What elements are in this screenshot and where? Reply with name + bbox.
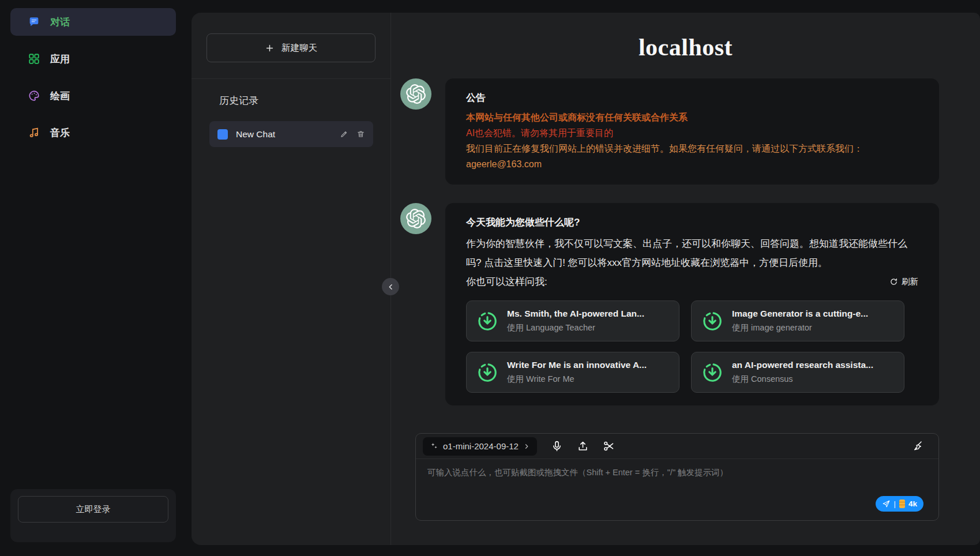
palette-icon bbox=[28, 89, 40, 102]
announcement-line-1: 本网站与任何其他公司或商标没有任何关联或合作关系 bbox=[466, 110, 918, 125]
history-title: 历史记录 bbox=[219, 94, 391, 107]
chat-color-swatch bbox=[217, 129, 228, 140]
sidebar-item-apps[interactable]: 应用 bbox=[10, 45, 176, 73]
install-circle-icon bbox=[476, 310, 498, 332]
edit-icon[interactable] bbox=[340, 130, 348, 138]
announcement-line-3: 我们目前正在修复我们网站上的错误并改进细节。如果您有任何疑问，请通过以下方式联系… bbox=[466, 141, 918, 156]
refresh-icon bbox=[889, 277, 898, 286]
broom-icon[interactable] bbox=[911, 440, 923, 452]
suggestion-card[interactable]: Ms. Smith, the AI-powered Lan... 使用 Lang… bbox=[466, 300, 679, 341]
music-note-icon bbox=[28, 126, 40, 139]
history-item[interactable]: New Chat bbox=[209, 121, 373, 147]
suggestion-subtitle: 使用 Consensus bbox=[732, 374, 873, 385]
composer: o1-mini-2024-09-12 bbox=[415, 433, 939, 521]
plus-icon bbox=[265, 43, 275, 53]
install-circle-icon bbox=[476, 362, 498, 384]
page-title: localhost bbox=[391, 33, 980, 61]
message-input[interactable]: 可输入说点什么，也可贴截图或拖拽文件（Shift + Enter = 换行，"/… bbox=[416, 459, 938, 520]
send-icon bbox=[882, 499, 891, 508]
microphone-icon[interactable] bbox=[551, 440, 563, 452]
chat-area: localhost 公告 本网站与任何其他公司或商标没有任何关联或合作关系 AI… bbox=[391, 13, 980, 545]
history-item-actions bbox=[340, 130, 365, 138]
suggestion-title: an AI-powered research assista... bbox=[732, 360, 873, 370]
openai-logo-icon bbox=[406, 209, 426, 228]
message-welcome: 今天我能为您做些什么呢? 作为你的智慧伙伴，我不仅可以写文案、出点子，还可以和你… bbox=[400, 203, 939, 405]
new-chat-button[interactable]: 新建聊天 bbox=[206, 33, 376, 62]
sidebar-item-label: 应用 bbox=[50, 52, 70, 66]
sidebar-item-music[interactable]: 音乐 bbox=[10, 119, 176, 146]
contact-email[interactable]: ageerle@163.com bbox=[466, 156, 918, 172]
collapse-sidebar-button[interactable] bbox=[382, 278, 399, 295]
install-circle-icon bbox=[701, 362, 723, 384]
suggestion-card[interactable]: an AI-powered research assista... 使用 Con… bbox=[691, 352, 904, 393]
upload-icon[interactable] bbox=[577, 440, 589, 452]
login-button[interactable]: 立即登录 bbox=[18, 496, 168, 523]
sidebar: 对话 应用 绘画 bbox=[0, 0, 192, 556]
chat-bubble-icon bbox=[28, 16, 40, 28]
model-name: o1-mini-2024-09-12 bbox=[443, 441, 519, 451]
input-placeholder: 可输入说点什么，也可贴截图或拖拽文件（Shift + Enter = 换行，"/… bbox=[427, 467, 728, 478]
chevron-left-icon bbox=[386, 283, 395, 291]
suggestion-subtitle: 使用 image generator bbox=[732, 322, 868, 333]
sparkle-icon bbox=[430, 442, 438, 450]
openai-logo-icon bbox=[406, 84, 426, 104]
sidebar-item-label: 音乐 bbox=[50, 126, 70, 140]
sidebar-item-label: 对话 bbox=[50, 16, 70, 29]
suggestion-title: Image Generator is a cutting-e... bbox=[732, 309, 868, 319]
login-card: 立即登录 bbox=[10, 489, 176, 542]
install-circle-icon bbox=[701, 310, 723, 332]
refresh-label: 刷新 bbox=[902, 272, 918, 291]
assistant-avatar bbox=[400, 78, 431, 110]
sidebar-item-drawing[interactable]: 绘画 bbox=[10, 82, 176, 110]
model-selector[interactable]: o1-mini-2024-09-12 bbox=[423, 437, 537, 456]
main-panel: 新建聊天 历史记录 New Chat bbox=[192, 13, 980, 545]
announcement-heading: 公告 bbox=[466, 91, 918, 104]
suggestion-subtitle: 使用 Language Teacher bbox=[507, 322, 644, 333]
new-chat-label: 新建聊天 bbox=[281, 42, 317, 54]
suggestion-cards: Ms. Smith, the AI-powered Lan... 使用 Lang… bbox=[466, 300, 904, 393]
announcement-line-2: AI也会犯错。请勿将其用于重要目的 bbox=[466, 125, 918, 141]
message-announcement: 公告 本网站与任何其他公司或商标没有任何关联或合作关系 AI也会犯错。请勿将其用… bbox=[400, 78, 939, 185]
assistant-avatar bbox=[400, 203, 431, 234]
ask-hint: 你也可以这样问我: bbox=[466, 272, 547, 291]
trash-icon[interactable] bbox=[356, 130, 365, 138]
sidebar-item-label: 绘画 bbox=[50, 89, 70, 103]
composer-toolbar: o1-mini-2024-09-12 bbox=[416, 434, 938, 459]
suggestion-subtitle: 使用 Write For Me bbox=[507, 374, 647, 385]
quota-label: 4k bbox=[908, 499, 917, 508]
suggestion-title: Write For Me is an innovative A... bbox=[507, 360, 647, 370]
coin-icon bbox=[899, 499, 905, 508]
quota-badge[interactable]: | 4k bbox=[876, 496, 923, 512]
sidebar-item-chat[interactable]: 对话 bbox=[10, 8, 176, 36]
suggestion-card[interactable]: Write For Me is an innovative A... 使用 Wr… bbox=[466, 352, 679, 393]
chevron-right-icon bbox=[523, 443, 530, 450]
badge-divider: | bbox=[894, 499, 896, 508]
message-list: 公告 本网站与任何其他公司或商标没有任何关联或合作关系 AI也会犯错。请勿将其用… bbox=[391, 61, 980, 424]
welcome-body: 作为你的智慧伙伴，我不仅可以写文案、出点子，还可以和你聊天、回答问题。想知道我还… bbox=[466, 234, 918, 272]
suggestion-title: Ms. Smith, the AI-powered Lan... bbox=[507, 309, 644, 319]
announcement-bubble: 公告 本网站与任何其他公司或商标没有任何关联或合作关系 AI也会犯错。请勿将其用… bbox=[445, 78, 939, 185]
welcome-heading: 今天我能为您做些什么呢? bbox=[466, 216, 918, 229]
welcome-bubble: 今天我能为您做些什么呢? 作为你的智慧伙伴，我不仅可以写文案、出点子，还可以和你… bbox=[445, 203, 939, 405]
scissors-icon[interactable] bbox=[603, 440, 615, 452]
refresh-button[interactable]: 刷新 bbox=[889, 272, 918, 291]
new-chat-section: 新建聊天 bbox=[192, 13, 391, 79]
chat-list-panel: 新建聊天 历史记录 New Chat bbox=[192, 13, 391, 545]
apps-grid-icon bbox=[28, 52, 40, 65]
history-item-title: New Chat bbox=[236, 129, 332, 140]
suggestion-card[interactable]: Image Generator is a cutting-e... 使用 ima… bbox=[691, 300, 904, 341]
